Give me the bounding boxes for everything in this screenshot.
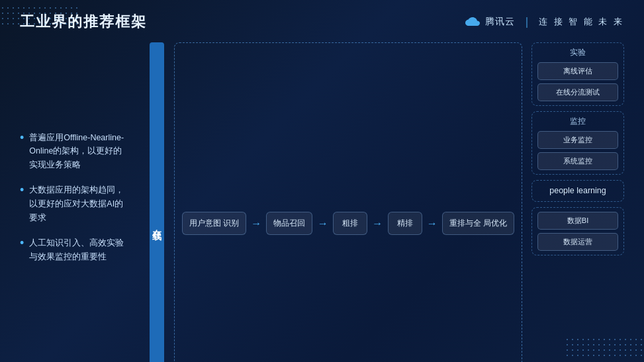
bullet-item-3: • 人工知识引入、高效实验与效果监控的重要性 xyxy=(20,236,129,263)
bullet-dot-2: • xyxy=(20,183,24,198)
bullet-text-2: 大数据应用的架构趋同，以更好的应对大数据AI的要求 xyxy=(29,183,129,224)
data-ops-section: 数据BI 数据运营 xyxy=(531,207,624,255)
arrow-3: → xyxy=(372,218,383,230)
flow-step-1: 用户意图 识别 xyxy=(182,212,246,234)
brand-logo: 腾讯云 ｜ 连 接 智 能 未 来 xyxy=(463,15,624,29)
biz-monitor-btn: 业务监控 xyxy=(537,131,618,149)
people-learning-section: people learning xyxy=(531,180,624,202)
offline-eval-btn: 离线评估 xyxy=(537,62,618,80)
brand-name: 腾讯云 xyxy=(485,16,515,28)
brand-slogan: 连 接 智 能 未 来 xyxy=(539,16,624,28)
online-test-btn: 在线分流测试 xyxy=(537,83,618,101)
online-label: 在线 xyxy=(150,42,164,362)
experiment-title: 实验 xyxy=(537,47,618,58)
experiment-section: 实验 离线评估 在线分流测试 xyxy=(531,42,624,106)
brand-separator: ｜ xyxy=(522,15,532,29)
flow-step-3: 粗排 xyxy=(333,212,367,234)
bullet-dot-1: • xyxy=(20,131,24,146)
people-learning-title: people learning xyxy=(537,185,618,197)
flow-step-5: 重排与全 局优化 xyxy=(442,212,514,234)
online-row: 在线 用户意图 识别 → 物品召回 → 粗排 → 精排 → 重排与全 局优化 xyxy=(145,42,522,362)
online-content: 用户意图 识别 → 物品召回 → 粗排 → 精排 → 重排与全 局优化 xyxy=(174,42,522,362)
deco-dots-bottomright xyxy=(565,337,644,357)
deco-dots-topleft xyxy=(0,5,79,25)
arrow-1: → xyxy=(251,218,261,230)
bullet-text-1: 普遍应用Offline-Nearline-Online的架构，以更好的实现业务策… xyxy=(29,131,129,172)
cloud-icon xyxy=(463,15,481,28)
arrow-2: → xyxy=(318,218,328,230)
main-content: • 普遍应用Offline-Nearline-Online的架构，以更好的实现业… xyxy=(0,38,644,356)
bullet-item-2: • 大数据应用的架构趋同，以更好的应对大数据AI的要求 xyxy=(20,183,129,224)
left-panel: • 普遍应用Offline-Nearline-Online的架构，以更好的实现业… xyxy=(20,38,136,356)
online-flow: 用户意图 识别 → 物品召回 → 粗排 → 精排 → 重排与全 局优化 xyxy=(181,212,515,234)
bullet-text-3: 人工知识引入、高效实验与效果监控的重要性 xyxy=(29,236,129,263)
right-panel: 实验 离线评估 在线分流测试 监控 业务监控 系统监控 people learn… xyxy=(531,38,624,356)
data-bi-btn: 数据BI xyxy=(537,212,618,230)
data-ops-btn: 数据运营 xyxy=(537,233,618,251)
header: 工业界的推荐框架 腾讯云 ｜ 连 接 智 能 未 来 xyxy=(0,0,644,38)
sys-monitor-btn: 系统监控 xyxy=(537,152,618,170)
flow-step-4: 精排 xyxy=(388,212,422,234)
flow-step-2: 物品召回 xyxy=(266,212,312,234)
arrow-4: → xyxy=(427,218,437,230)
monitor-section: 监控 业务监控 系统监控 xyxy=(531,111,624,175)
center-panel: 在线 用户意图 识别 → 物品召回 → 粗排 → 精排 → 重排与全 局优化 xyxy=(145,38,522,356)
bullet-dot-3: • xyxy=(20,236,24,251)
online-label-container: 在线 xyxy=(145,42,169,362)
monitor-title: 监控 xyxy=(537,116,618,127)
bullet-item-1: • 普遍应用Offline-Nearline-Online的架构，以更好的实现业… xyxy=(20,131,129,172)
